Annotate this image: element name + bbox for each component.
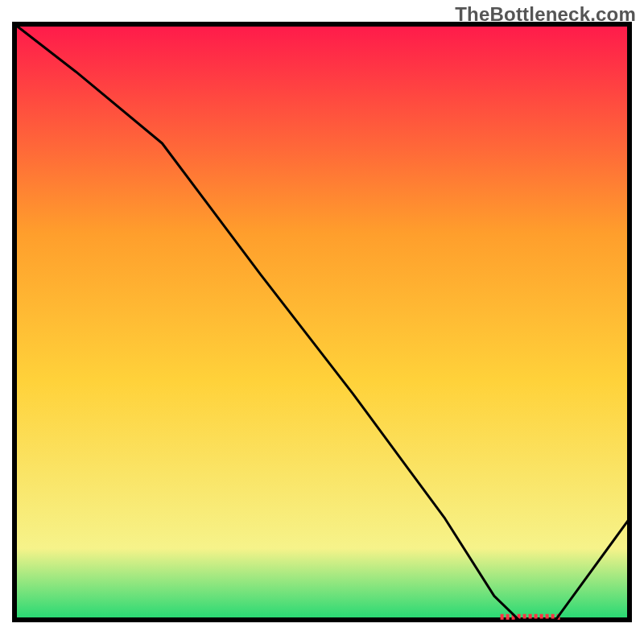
chart-frame: TheBottleneck.com — [0, 0, 644, 644]
bottleneck-chart — [0, 0, 644, 644]
plot-background — [14, 24, 630, 620]
